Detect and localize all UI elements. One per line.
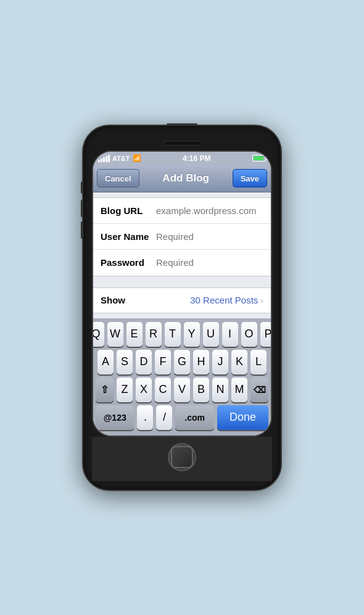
key-n[interactable]: N: [212, 378, 228, 402]
key-x[interactable]: X: [136, 378, 152, 402]
navigation-bar: Cancel Add Blog Save: [93, 165, 271, 192]
key-e[interactable]: E: [126, 322, 143, 347]
password-label: Password: [101, 257, 156, 268]
phone-frame: AT&T 📶 4:16 PM Cancel Add Blog Save: [83, 126, 281, 490]
key-f[interactable]: F: [155, 350, 171, 374]
keyboard-row-4: @123 . / .com Done: [96, 405, 268, 430]
cancel-button[interactable]: Cancel: [97, 169, 139, 188]
key-g[interactable]: G: [174, 350, 190, 374]
key-a[interactable]: A: [97, 350, 114, 374]
blog-url-input[interactable]: [156, 205, 271, 216]
key-y[interactable]: Y: [184, 322, 200, 347]
show-section: Show 30 Recent Posts ›: [93, 283, 271, 318]
slash-key[interactable]: /: [156, 405, 172, 430]
status-time: 4:16 PM: [183, 154, 210, 163]
period-key[interactable]: .: [137, 405, 153, 430]
volume-up-button[interactable]: [81, 200, 83, 217]
phone-bottom: [92, 437, 272, 481]
chevron-right-icon: ›: [260, 295, 263, 305]
key-l[interactable]: L: [250, 350, 267, 374]
dotcom-key[interactable]: .com: [175, 405, 213, 430]
sleep-button[interactable]: [167, 123, 197, 126]
username-input[interactable]: [156, 231, 271, 242]
ringer-switch[interactable]: [81, 181, 83, 194]
show-row[interactable]: Show 30 Recent Posts ›: [93, 287, 271, 313]
username-label: User Name: [101, 231, 156, 242]
key-v[interactable]: V: [174, 378, 190, 402]
key-r[interactable]: R: [146, 322, 162, 347]
keyboard-row-1: Q W E R T Y U I O P: [96, 322, 268, 347]
key-w[interactable]: W: [107, 322, 123, 347]
key-c[interactable]: C: [155, 378, 171, 402]
keyboard: Q W E R T Y U I O P A S D F G: [93, 318, 271, 435]
password-input[interactable]: [156, 257, 271, 268]
show-value-text: 30 Recent Posts: [190, 295, 258, 305]
key-t[interactable]: T: [165, 322, 181, 347]
battery-fill: [254, 156, 263, 160]
key-k[interactable]: K: [231, 350, 247, 374]
volume-down-button[interactable]: [81, 221, 83, 239]
signal-icon: [98, 155, 110, 162]
key-u[interactable]: U: [203, 322, 219, 347]
key-m[interactable]: M: [231, 378, 247, 402]
key-h[interactable]: H: [193, 350, 209, 374]
show-value: 30 Recent Posts ›: [190, 295, 263, 305]
key-o[interactable]: O: [241, 322, 257, 347]
speaker: [163, 141, 201, 146]
status-bar: AT&T 📶 4:16 PM: [93, 152, 271, 165]
blog-url-row: Blog URL: [93, 198, 271, 224]
battery-icon: [252, 155, 266, 162]
status-left: AT&T 📶: [98, 154, 141, 162]
key-q[interactable]: Q: [93, 322, 104, 347]
at123-key[interactable]: @123: [96, 405, 134, 430]
key-i[interactable]: I: [222, 322, 238, 347]
key-z[interactable]: Z: [117, 378, 133, 402]
blog-url-label: Blog URL: [101, 205, 156, 216]
keyboard-row-3: ⇧ Z X C V B N M ⌫: [96, 378, 268, 402]
form-group: Blog URL User Name Password: [93, 197, 271, 276]
key-j[interactable]: J: [212, 350, 228, 374]
phone-screen: AT&T 📶 4:16 PM Cancel Add Blog Save: [92, 151, 272, 437]
delete-key[interactable]: ⌫: [250, 378, 268, 402]
key-s[interactable]: S: [117, 350, 133, 374]
done-key[interactable]: Done: [217, 405, 268, 430]
username-row: User Name: [93, 224, 271, 250]
status-right: [252, 155, 266, 162]
save-button[interactable]: Save: [233, 169, 267, 188]
carrier-label: AT&T: [112, 155, 130, 162]
password-row: Password: [93, 250, 271, 276]
keyboard-row-2: A S D F G H J K L: [96, 350, 268, 374]
nav-title: Add Blog: [162, 172, 209, 184]
screen-content: AT&T 📶 4:16 PM Cancel Add Blog Save: [93, 152, 271, 435]
wifi-icon: 📶: [133, 154, 141, 162]
show-label: Show: [101, 295, 125, 305]
home-button-inner: [171, 446, 193, 468]
key-d[interactable]: D: [136, 350, 152, 374]
key-p[interactable]: P: [260, 322, 271, 347]
form-section: Blog URL User Name Password: [93, 192, 271, 283]
shift-key[interactable]: ⇧: [96, 378, 114, 402]
home-button[interactable]: [168, 443, 196, 471]
key-b[interactable]: B: [193, 378, 209, 402]
